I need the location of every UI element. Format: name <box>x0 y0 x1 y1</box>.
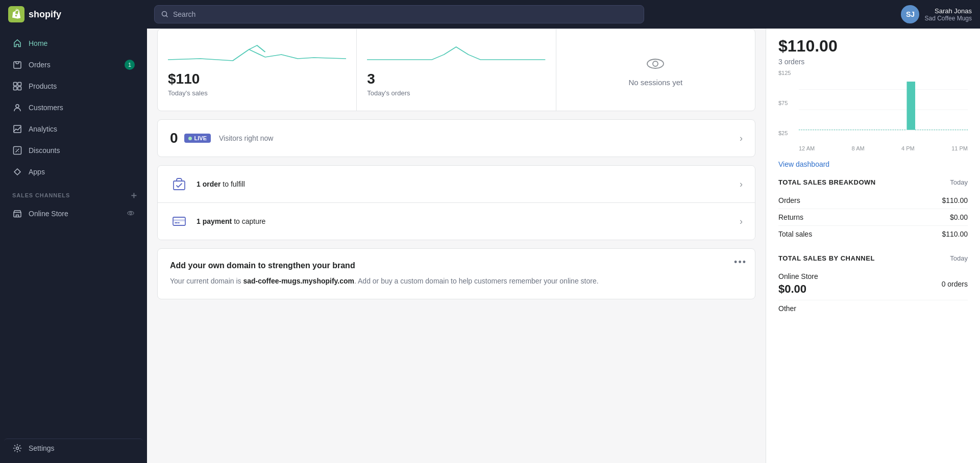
sidebar-item-customers[interactable]: Customers <box>4 97 143 118</box>
chart-x-label-1: 8 AM <box>852 145 865 151</box>
breakdown-total-label: Total sales <box>778 230 812 238</box>
main-layout: Home Orders 1 Products <box>0 29 980 463</box>
today-sales-value: $110 <box>168 71 200 87</box>
svg-point-7 <box>16 105 19 108</box>
action-cards-group: 1 order to fulfill › 1 payment to captur… <box>157 165 755 240</box>
fulfill-action-card[interactable]: 1 order to fulfill › <box>158 166 755 203</box>
search-icon <box>161 10 169 18</box>
channel-breakdown-header: TOTAL SALES BY CHANNEL Today <box>778 254 968 262</box>
chart-svg <box>799 70 968 131</box>
chart-y-label-2: $25 <box>778 130 791 136</box>
logo-text: shopify <box>29 9 61 20</box>
payment-bold: 1 payment <box>197 217 232 225</box>
sidebar-item-home[interactable]: Home <box>4 33 143 54</box>
sidebar-item-orders[interactable]: Orders 1 <box>4 55 143 75</box>
online-store-icon <box>12 209 22 219</box>
breakdown-header: TOTAL SALES BREAKDOWN Today <box>778 178 968 186</box>
sidebar-item-settings[interactable]: Settings <box>4 439 143 458</box>
breakdown-title: TOTAL SALES BREAKDOWN <box>778 178 876 186</box>
breakdown-orders-label: Orders <box>778 196 800 204</box>
shopify-logo-icon <box>8 6 24 22</box>
payment-text: 1 payment to capture <box>197 217 740 225</box>
sidebar-item-apps[interactable]: Apps <box>4 162 143 182</box>
payment-action-card[interactable]: 1 payment to capture › <box>158 203 755 240</box>
domain-card: ••• Add your own domain to strengthen yo… <box>157 248 755 299</box>
stats-row: $110 Today's sales 3 Today's orders <box>157 29 755 111</box>
chart-container: $125 $75 $25 <box>778 70 968 151</box>
chart-x-label-2: 4 PM <box>901 145 915 151</box>
svg-rect-16 <box>174 181 185 190</box>
payment-icon <box>170 212 188 230</box>
channel-other-name: Other <box>778 304 796 313</box>
analytics-icon <box>12 124 22 134</box>
svg-rect-4 <box>18 83 21 86</box>
channel-section: TOTAL SALES BY CHANNEL Today Online Stor… <box>778 254 968 319</box>
main-content: $110 Today's sales 3 Today's orders <box>147 29 766 463</box>
apps-icon <box>12 167 22 177</box>
today-orders-label: Today's orders <box>367 89 410 97</box>
fulfill-text: 1 order to fulfill <box>197 180 740 188</box>
svg-rect-8 <box>14 125 21 133</box>
avatar: SJ <box>901 5 919 23</box>
live-count: 0 <box>170 130 178 146</box>
sidebar-item-analytics-label: Analytics <box>29 125 57 133</box>
live-label: Visitors right now <box>219 134 740 142</box>
add-channel-icon[interactable]: ＋ <box>129 191 139 200</box>
svg-rect-18 <box>173 219 185 221</box>
domain-card-title: Add your own domain to strengthen your b… <box>170 261 743 270</box>
orders-sparkline <box>367 39 545 65</box>
more-options-button[interactable]: ••• <box>734 257 747 268</box>
chart-x-label-3: 11 PM <box>951 145 968 151</box>
sidebar-item-online-store[interactable]: Online Store <box>4 203 143 224</box>
settings-label: Settings <box>29 444 55 452</box>
breakdown-row-total: Total sales $110.00 <box>778 226 968 242</box>
svg-rect-6 <box>18 87 21 90</box>
sidebar: Home Orders 1 Products <box>0 29 147 463</box>
live-dot <box>188 137 192 140</box>
user-name: Sarah Jonas <box>924 7 972 15</box>
breakdown-total-value: $110.00 <box>942 230 968 238</box>
sidebar-item-analytics[interactable]: Analytics <box>4 119 143 139</box>
no-sessions: No sessions yet <box>567 39 745 100</box>
user-area[interactable]: SJ Sarah Jonas Sad Coffee Mugs <box>901 5 972 23</box>
view-dashboard-link[interactable]: View dashboard <box>778 160 829 168</box>
chart-y-label-0: $125 <box>778 70 791 76</box>
breakdown-returns-value: $0.00 <box>950 213 968 221</box>
live-visitors-card[interactable]: 0 LIVE Visitors right now › <box>157 119 755 157</box>
chart-y-labels: $125 $75 $25 <box>778 70 791 136</box>
chart-x-labels: 12 AM 8 AM 4 PM 11 PM <box>799 145 968 151</box>
today-orders-card: 3 Today's orders <box>357 29 556 111</box>
svg-point-13 <box>16 447 19 450</box>
sales-sparkline <box>168 39 346 65</box>
sidebar-item-discounts[interactable]: Discounts <box>4 140 143 161</box>
right-panel: $110.00 3 orders $125 $75 $25 <box>766 29 980 463</box>
customers-icon <box>12 102 22 113</box>
channel-title: TOTAL SALES BY CHANNEL <box>778 254 875 262</box>
channel-online-store-name: Online Store <box>778 272 818 280</box>
breakdown-orders-value: $110.00 <box>942 196 968 204</box>
payment-chevron-icon: › <box>740 216 743 227</box>
svg-point-12 <box>130 212 132 214</box>
svg-point-14 <box>647 59 664 68</box>
today-orders-value: 3 <box>367 71 375 87</box>
svg-rect-5 <box>14 87 17 90</box>
right-panel-header: $110.00 3 orders <box>778 29 968 70</box>
svg-point-15 <box>653 61 658 66</box>
content-area: $110 Today's sales 3 Today's orders <box>147 29 980 463</box>
fulfill-icon <box>170 175 188 193</box>
chart-x-label-0: 12 AM <box>799 145 815 151</box>
domain-body-end: . Add or buy a custom domain to help cus… <box>354 277 599 285</box>
domain-card-body: Your current domain is sad-coffee-mugs.m… <box>170 275 743 287</box>
search-bar[interactable] <box>154 5 644 23</box>
channel-online-store-orders: 0 orders <box>942 280 968 288</box>
orders-badge: 1 <box>125 60 135 70</box>
orders-icon <box>12 60 22 70</box>
search-input[interactable] <box>173 10 638 18</box>
live-chevron-icon: › <box>740 133 743 144</box>
svg-rect-2 <box>14 62 21 68</box>
domain-url: sad-coffee-mugs.myshopify.com <box>243 277 354 285</box>
sidebar-item-orders-label: Orders <box>29 61 51 69</box>
sales-channels-title: SALES CHANNELS <box>12 192 70 198</box>
sidebar-item-products[interactable]: Products <box>4 76 143 96</box>
sidebar-item-customers-label: Customers <box>29 104 63 112</box>
